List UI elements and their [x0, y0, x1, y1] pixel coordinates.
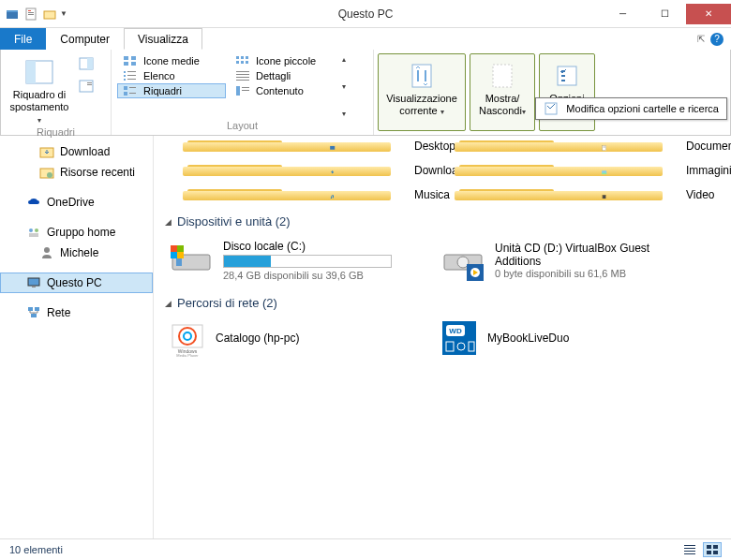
layout-scroll-down[interactable]: ▾ — [342, 82, 346, 91]
show-hide-button[interactable]: Mostra/ Nascondi▾ — [475, 57, 530, 129]
svg-rect-25 — [129, 87, 136, 88]
maximize-button[interactable]: ☐ — [644, 4, 686, 24]
svg-rect-69 — [171, 245, 177, 252]
svg-rect-16 — [124, 62, 128, 66]
svg-rect-52 — [28, 278, 39, 286]
svg-rect-63 — [603, 196, 606, 199]
tab-view[interactable]: Visualizza — [124, 28, 202, 50]
sidebar-item-recent[interactable]: Risorse recenti — [0, 162, 153, 183]
navigation-sidebar: Download Risorse recenti OneDrive Gruppo… — [0, 136, 154, 538]
sidebar-item-homegroup[interactable]: Gruppo home — [0, 222, 153, 243]
layout-expand[interactable]: ▾ — [342, 110, 346, 118]
sidebar-item-user[interactable]: Michele — [0, 243, 153, 263]
layout-list[interactable]: Elenco — [117, 68, 226, 83]
status-bar: 10 elementi — [0, 538, 731, 560]
network-item-mybook[interactable]: WD MyBookLiveDuo — [437, 316, 680, 361]
navigation-pane-button[interactable]: Riquadro di spostamento ▾ — [7, 53, 72, 126]
folder-desktop[interactable]: Desktop — [165, 136, 409, 156]
svg-rect-58 — [603, 146, 606, 151]
svg-rect-23 — [127, 79, 136, 80]
svg-rect-17 — [131, 62, 136, 66]
svg-point-47 — [47, 172, 52, 178]
svg-rect-32 — [241, 61, 244, 64]
svg-rect-35 — [236, 74, 249, 75]
svg-rect-40 — [242, 90, 249, 91]
svg-rect-71 — [171, 252, 177, 258]
svg-rect-62 — [603, 173, 607, 174]
view-thumbnails-button[interactable] — [703, 542, 722, 557]
svg-rect-29 — [241, 56, 244, 59]
svg-rect-56 — [31, 314, 37, 317]
network-header[interactable]: ◢Percorsi di rete (2) — [165, 296, 720, 310]
svg-rect-72 — [177, 252, 184, 258]
svg-rect-50 — [29, 233, 38, 237]
new-folder-icon[interactable] — [41, 6, 58, 22]
sidebar-item-this-pc[interactable]: Questo PC — [0, 273, 153, 293]
svg-rect-94 — [707, 551, 711, 554]
close-button[interactable]: ✕ — [686, 4, 731, 24]
svg-rect-30 — [246, 56, 248, 59]
folder-video[interactable]: Video — [437, 184, 680, 205]
svg-rect-54 — [28, 307, 33, 311]
svg-rect-10 — [87, 58, 93, 69]
svg-rect-22 — [124, 79, 126, 81]
show-hide-label: Mostra/ Nascondi — [479, 93, 522, 116]
tab-computer[interactable]: Computer — [46, 28, 124, 50]
folder-download[interactable]: Download — [165, 160, 409, 181]
qat-dropdown-icon[interactable]: ▼ — [60, 9, 67, 18]
svg-rect-38 — [236, 86, 240, 96]
devices-header[interactable]: ◢Dispositivi e unità (2) — [165, 214, 720, 228]
sidebar-item-download[interactable]: Download — [0, 141, 153, 162]
svg-point-49 — [35, 228, 38, 232]
folder-documents[interactable]: Documenti — [437, 136, 680, 156]
sidebar-item-onedrive[interactable]: OneDrive — [0, 192, 153, 213]
svg-rect-28 — [236, 56, 239, 59]
svg-rect-31 — [236, 61, 239, 64]
svg-rect-20 — [124, 75, 126, 77]
svg-rect-33 — [246, 61, 248, 64]
view-details-button[interactable] — [680, 542, 699, 557]
device-cd-drive[interactable]: Unità CD (D:) VirtualBox Guest Additions… — [437, 234, 680, 287]
svg-point-51 — [44, 247, 50, 253]
svg-rect-89 — [684, 548, 695, 549]
svg-rect-18 — [124, 71, 126, 73]
layout-small-icons[interactable]: Icone piccole — [230, 53, 338, 68]
ribbon-expand-icon[interactable]: ⇱ — [697, 34, 705, 44]
svg-rect-34 — [236, 71, 249, 72]
window-title: Questo PC — [338, 7, 394, 21]
layout-tiles[interactable]: Riquadri — [117, 83, 226, 98]
nav-pane-label: Riquadro di spostamento — [10, 89, 69, 112]
svg-rect-8 — [26, 61, 36, 83]
svg-rect-53 — [32, 286, 36, 287]
svg-rect-95 — [713, 551, 718, 554]
folder-pictures[interactable]: Immagini — [437, 160, 680, 181]
layout-scroll-up[interactable]: ▴ — [342, 55, 346, 64]
svg-rect-91 — [684, 553, 695, 554]
tab-file[interactable]: File — [0, 28, 46, 50]
sidebar-item-network[interactable]: Rete — [0, 302, 153, 323]
svg-rect-26 — [124, 92, 127, 96]
properties-icon[interactable] — [22, 6, 39, 22]
svg-rect-4 — [28, 12, 34, 13]
svg-rect-92 — [707, 545, 711, 549]
svg-rect-11 — [80, 81, 93, 92]
system-menu-icon[interactable] — [4, 6, 21, 22]
svg-rect-13 — [87, 84, 92, 85]
svg-rect-37 — [236, 80, 249, 81]
svg-rect-57 — [331, 146, 336, 150]
svg-rect-21 — [127, 75, 136, 76]
preview-pane-button[interactable] — [76, 53, 97, 74]
help-icon[interactable]: ? — [710, 33, 724, 46]
details-pane-button[interactable] — [76, 76, 97, 96]
layout-content[interactable]: Contenuto — [230, 83, 338, 98]
minimize-button[interactable]: ─ — [602, 4, 644, 24]
device-local-disk[interactable]: Disco locale (C:)28,4 GB disponibili su … — [165, 234, 409, 287]
current-view-button[interactable]: Visualizzazione corrente ▾ — [383, 57, 460, 129]
folder-music[interactable]: Musica — [165, 184, 409, 205]
layout-details[interactable]: Dettagli — [230, 68, 338, 83]
ribbon: Riquadro di spostamento ▾ Riquadri Icone… — [0, 50, 731, 136]
network-item-catalogo[interactable]: WindowsMedia Player Catalogo (hp-pc) — [165, 316, 409, 361]
layout-medium-icons[interactable]: Icone medie — [117, 53, 226, 68]
title-bar: ▼ Questo PC ─ ☐ ✕ — [0, 0, 731, 28]
svg-rect-64 — [603, 196, 604, 199]
